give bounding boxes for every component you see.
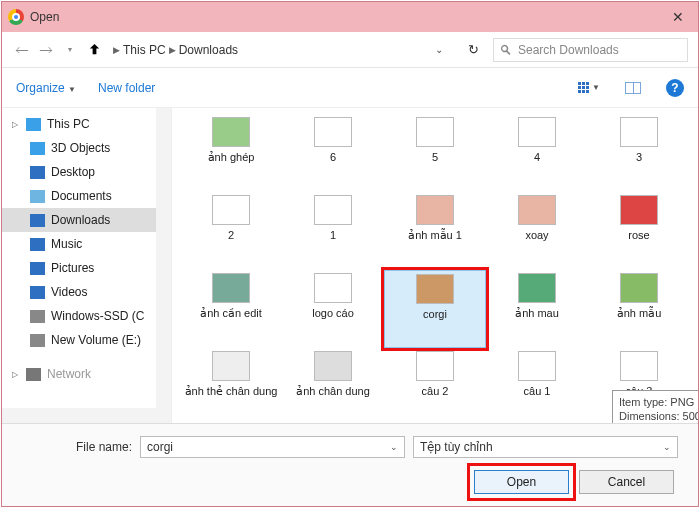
chevron-down-icon[interactable]: ⌄ bbox=[390, 442, 398, 452]
pictures-icon bbox=[30, 262, 45, 275]
file-item[interactable]: câu 1 bbox=[486, 348, 588, 423]
chrome-icon bbox=[8, 9, 24, 25]
chevron-down-icon: ▼ bbox=[592, 83, 600, 92]
breadcrumb-segment[interactable]: This PC bbox=[123, 43, 166, 57]
file-item[interactable]: 1 bbox=[282, 192, 384, 270]
chevron-right-icon: ▶ bbox=[169, 45, 176, 55]
file-thumbnail bbox=[212, 195, 250, 225]
file-item[interactable]: 5 bbox=[384, 114, 486, 192]
file-label: ảnh mẫu 1 bbox=[408, 229, 462, 242]
help-button[interactable]: ? bbox=[666, 79, 684, 97]
file-item[interactable]: logo cáo bbox=[282, 270, 384, 348]
file-item[interactable]: xoay bbox=[486, 192, 588, 270]
file-item[interactable]: ảnh mẫu bbox=[588, 270, 690, 348]
refresh-button[interactable]: ↻ bbox=[458, 42, 489, 57]
file-thumbnail bbox=[212, 273, 250, 303]
bottom-panel: File name: corgi⌄ Tệp tùy chỉnh⌄ Open Ca… bbox=[2, 423, 698, 506]
sidebar-item-drive[interactable]: Windows-SSD (C bbox=[2, 304, 171, 328]
sidebar-item-videos[interactable]: Videos bbox=[2, 280, 171, 304]
file-thumbnail bbox=[518, 351, 556, 381]
sidebar-item-label: Downloads bbox=[51, 213, 110, 227]
organize-button[interactable]: Organize ▼ bbox=[16, 81, 76, 95]
file-item[interactable]: câu 2 bbox=[384, 348, 486, 423]
file-label: 6 bbox=[330, 151, 336, 163]
breadcrumb[interactable]: ▶ This PC ▶ Downloads ⌄ bbox=[108, 40, 454, 60]
navigation-tree[interactable]: ▷This PC3D ObjectsDesktopDocumentsDownlo… bbox=[2, 108, 172, 423]
chevron-down-icon[interactable]: ⌄ bbox=[435, 44, 449, 55]
desktop-icon bbox=[30, 166, 45, 179]
open-button[interactable]: Open bbox=[474, 470, 569, 494]
file-thumbnail bbox=[212, 351, 250, 381]
breadcrumb-segment[interactable]: Downloads bbox=[179, 43, 238, 57]
file-thumbnail bbox=[416, 351, 454, 381]
downloads-icon bbox=[30, 214, 45, 227]
sidebar-item-pc[interactable]: ▷This PC bbox=[2, 112, 171, 136]
file-item[interactable]: ảnh thẻ chân dung bbox=[180, 348, 282, 423]
expand-icon[interactable]: ▷ bbox=[12, 370, 20, 379]
sidebar-item-network[interactable]: ▷Network bbox=[2, 362, 171, 386]
sidebar-item-desktop[interactable]: Desktop bbox=[2, 160, 171, 184]
file-label: ảnh thẻ chân dung bbox=[185, 385, 278, 398]
file-name-input[interactable]: corgi⌄ bbox=[140, 436, 405, 458]
file-type-filter[interactable]: Tệp tùy chỉnh⌄ bbox=[413, 436, 678, 458]
sidebar-item-pictures[interactable]: Pictures bbox=[2, 256, 171, 280]
sidebar-item-documents[interactable]: Documents bbox=[2, 184, 171, 208]
nav-recent-dropdown[interactable]: ▾ bbox=[60, 40, 80, 60]
nav-back-button[interactable]: 🡐 bbox=[12, 40, 32, 60]
search-input[interactable]: Search Downloads bbox=[493, 38, 688, 62]
sidebar-hscrollbar[interactable] bbox=[2, 408, 156, 423]
window-title: Open bbox=[30, 10, 59, 24]
sidebar-scrollbar[interactable] bbox=[156, 108, 171, 423]
cancel-button[interactable]: Cancel bbox=[579, 470, 674, 494]
sidebar-item-label: Documents bbox=[51, 189, 112, 203]
file-thumbnail bbox=[416, 117, 454, 147]
sidebar-item-label: New Volume (E:) bbox=[51, 333, 141, 347]
file-item[interactable]: 2 bbox=[180, 192, 282, 270]
file-item[interactable]: 4 bbox=[486, 114, 588, 192]
file-label: ảnh cần edit bbox=[200, 307, 262, 320]
file-item[interactable]: rose bbox=[588, 192, 690, 270]
documents-icon bbox=[30, 190, 45, 203]
close-button[interactable]: ✕ bbox=[664, 7, 692, 27]
file-thumbnail bbox=[212, 117, 250, 147]
file-label: 5 bbox=[432, 151, 438, 163]
view-mode-button[interactable]: ▼ bbox=[578, 77, 600, 99]
chevron-down-icon[interactable]: ⌄ bbox=[663, 442, 671, 452]
file-label: corgi bbox=[423, 308, 447, 320]
sidebar-item-3d[interactable]: 3D Objects bbox=[2, 136, 171, 160]
file-grid[interactable]: ảnh ghép654321ảnh mẫu 1xoayroseảnh cần e… bbox=[172, 108, 698, 423]
sidebar-item-label: Desktop bbox=[51, 165, 95, 179]
file-item[interactable]: ảnh cần edit bbox=[180, 270, 282, 348]
sidebar-item-downloads[interactable]: Downloads bbox=[2, 208, 171, 232]
expand-icon[interactable]: ▷ bbox=[12, 120, 20, 129]
nav-forward-button: 🡒 bbox=[36, 40, 56, 60]
file-thumbnail bbox=[416, 274, 454, 304]
file-name-label: File name: bbox=[22, 440, 132, 454]
file-label: 3 bbox=[636, 151, 642, 163]
file-label: ảnh mẫu bbox=[617, 307, 662, 320]
search-icon bbox=[500, 44, 512, 56]
file-item[interactable]: 3 bbox=[588, 114, 690, 192]
title-bar: Open ✕ bbox=[2, 2, 698, 32]
network-icon bbox=[26, 368, 41, 381]
file-label: 1 bbox=[330, 229, 336, 241]
sidebar-item-music[interactable]: Music bbox=[2, 232, 171, 256]
file-item[interactable]: ảnh mau bbox=[486, 270, 588, 348]
preview-pane-button[interactable] bbox=[622, 77, 644, 99]
file-item[interactable]: 6 bbox=[282, 114, 384, 192]
new-folder-button[interactable]: New folder bbox=[98, 81, 155, 95]
file-item[interactable]: ảnh chân dung bbox=[282, 348, 384, 423]
file-thumbnail bbox=[518, 195, 556, 225]
file-thumbnail bbox=[620, 351, 658, 381]
file-item[interactable]: corgi bbox=[384, 270, 486, 348]
file-thumbnail bbox=[314, 351, 352, 381]
file-label: câu 1 bbox=[524, 385, 551, 397]
file-item[interactable]: ảnh mẫu 1 bbox=[384, 192, 486, 270]
chevron-down-icon: ▼ bbox=[68, 85, 76, 94]
nav-bar: 🡐 🡒 ▾ ▶ This PC ▶ Downloads ⌄ ↻ Search D… bbox=[2, 32, 698, 68]
sidebar-item-drive[interactable]: New Volume (E:) bbox=[2, 328, 171, 352]
nav-up-button[interactable] bbox=[84, 40, 104, 60]
file-item[interactable]: ảnh ghép bbox=[180, 114, 282, 192]
chevron-right-icon: ▶ bbox=[113, 45, 120, 55]
file-thumbnail bbox=[518, 273, 556, 303]
